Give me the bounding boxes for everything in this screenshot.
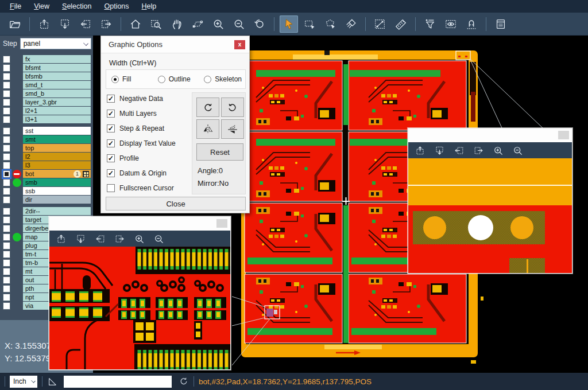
zoom-in-icon[interactable]	[493, 145, 504, 156]
report-button[interactable]	[492, 15, 510, 33]
reset-button[interactable]: Reset	[196, 143, 243, 161]
magnifier-window-bottom[interactable]	[49, 216, 231, 370]
unit-select[interactable]: Inch	[10, 376, 37, 388]
layer-row[interactable]: l3+1	[0, 115, 93, 123]
width-mode-radio[interactable]: Fill	[111, 75, 153, 83]
measure-ruler-button[interactable]	[392, 15, 410, 33]
dialog-titlebar[interactable]: Graphic Options x	[101, 36, 249, 53]
pan-left-icon[interactable]	[454, 145, 465, 156]
layer-row[interactable]: bfsmt	[0, 64, 93, 72]
display-option-checkbox[interactable]: Profile	[107, 151, 193, 166]
highlight-view-button[interactable]	[442, 15, 460, 33]
display-option-checkbox[interactable]: Fullscreen Cursor	[107, 181, 193, 196]
rectangle-select-button[interactable]	[300, 15, 319, 33]
layer-row[interactable]: fx	[0, 55, 93, 63]
layer-visibility-checkbox[interactable]	[3, 56, 10, 63]
layer-visibility-checkbox[interactable]	[3, 99, 10, 106]
pan-right-icon[interactable]	[114, 233, 125, 244]
filter-button[interactable]	[421, 15, 439, 33]
display-option-checkbox[interactable]: Step & Repeat	[107, 121, 193, 136]
layer-visibility-checkbox[interactable]	[3, 259, 10, 267]
display-option-checkbox[interactable]: Multi Layers	[107, 106, 193, 121]
menu-item[interactable]: Help	[136, 0, 163, 13]
rotate-cw-button[interactable]	[196, 98, 219, 117]
layer-cell[interactable]: fx	[23, 55, 91, 63]
zoom-out-icon[interactable]	[512, 145, 523, 156]
layer-visibility-checkbox[interactable]	[3, 107, 10, 115]
layer-visibility-checkbox[interactable]	[3, 208, 10, 215]
pan-up-icon[interactable]	[56, 233, 67, 244]
layer-row[interactable]: top	[0, 144, 93, 152]
layer-cell[interactable]: bfsmt	[23, 64, 91, 72]
clean-tool-button[interactable]	[342, 15, 360, 33]
layer-visibility-checkbox[interactable]	[3, 268, 10, 275]
import-right-button[interactable]	[97, 15, 115, 33]
layer-visibility-checkbox[interactable]	[3, 179, 10, 186]
layer-visibility-checkbox[interactable]	[3, 127, 10, 135]
command-input[interactable]	[64, 376, 172, 388]
menu-item[interactable]: Selection	[56, 0, 98, 13]
polygon-select-button[interactable]	[321, 15, 339, 33]
layer-cell[interactable]: l3	[23, 161, 91, 169]
mirror-horizontal-button[interactable]	[221, 119, 244, 139]
layer-cell[interactable]: ssb	[23, 187, 91, 195]
layer-cell[interactable]: bot 1	[23, 170, 91, 178]
pan-left-icon[interactable]	[95, 233, 106, 244]
layer-row[interactable]: smb	[0, 178, 93, 186]
magnifier-menu-button[interactable]	[216, 219, 227, 228]
pan-up-icon[interactable]	[415, 145, 425, 156]
layer-visibility-checkbox[interactable]	[3, 81, 10, 89]
mirror-vertical-button[interactable]	[196, 119, 219, 139]
zoom-window-button[interactable]	[147, 15, 165, 33]
layer-visibility-checkbox[interactable]	[3, 251, 10, 258]
layer-row[interactable]: l2	[0, 153, 93, 161]
layer-visibility-checkbox[interactable]	[3, 145, 10, 152]
rotate-ccw-button[interactable]	[221, 98, 244, 117]
layer-visibility-checkbox[interactable]	[3, 302, 10, 310]
layer-cell[interactable]: smt	[23, 135, 91, 143]
dialog-close-button[interactable]: x	[234, 40, 245, 49]
layer-cell[interactable]: bfsmb	[23, 72, 91, 80]
close-button[interactable]: Close	[106, 197, 246, 210]
layer-cell[interactable]: l3+1	[23, 115, 91, 123]
layer-cell[interactable]: smd_t	[23, 81, 91, 89]
pan-down-icon[interactable]	[75, 233, 86, 244]
layer-visibility-checkbox[interactable]	[3, 170, 10, 178]
pan-down-icon[interactable]	[434, 145, 445, 156]
step-select[interactable]: panel	[20, 38, 91, 49]
layer-row[interactable]: bfsmb	[0, 72, 93, 80]
layer-cell[interactable]: smb	[23, 178, 91, 186]
layer-visibility-checkbox[interactable]	[3, 294, 10, 301]
layer-cell[interactable]: layer_3.gbr	[23, 98, 91, 106]
snap-button[interactable]	[462, 15, 481, 33]
display-option-checkbox[interactable]: Datum & Origin	[107, 166, 193, 181]
layer-row[interactable]: smt	[0, 135, 93, 143]
menu-item[interactable]: View	[28, 0, 56, 13]
select-cursor-button[interactable]	[280, 15, 298, 33]
layer-row[interactable]: smd_b	[0, 89, 93, 98]
layer-row[interactable]: 2dir--	[0, 207, 93, 215]
layer-visibility-checkbox[interactable]	[3, 285, 10, 292]
layer-visibility-checkbox[interactable]	[3, 196, 10, 204]
home-view-button[interactable]	[126, 15, 145, 33]
layer-row[interactable]: l2+1	[0, 107, 93, 115]
menu-item[interactable]: File	[3, 0, 28, 13]
width-mode-radio[interactable]: Outline	[158, 75, 199, 83]
layer-visibility-checkbox[interactable]	[3, 73, 10, 80]
pan-button[interactable]	[168, 15, 186, 33]
pan-right-icon[interactable]	[473, 145, 484, 156]
display-option-checkbox[interactable]: Negative Data	[107, 91, 193, 106]
layer-cell[interactable]: l2	[23, 153, 91, 161]
layer-visibility-checkbox[interactable]	[3, 136, 10, 143]
layer-visibility-checkbox[interactable]	[3, 116, 10, 123]
import-left-button[interactable]	[76, 15, 95, 33]
zoom-object-button[interactable]	[188, 15, 207, 33]
zoom-in-icon[interactable]	[134, 233, 145, 244]
layer-cell[interactable]: 2dir--	[23, 207, 91, 215]
layer-cell[interactable]: smd_b	[23, 89, 91, 98]
layer-row[interactable]: dir	[0, 196, 93, 204]
magnifier-menu-button[interactable]	[558, 131, 569, 139]
layer-row[interactable]: l3	[0, 161, 93, 169]
layer-row[interactable]: sst	[0, 127, 93, 135]
layer-visibility-checkbox[interactable]	[3, 276, 10, 284]
